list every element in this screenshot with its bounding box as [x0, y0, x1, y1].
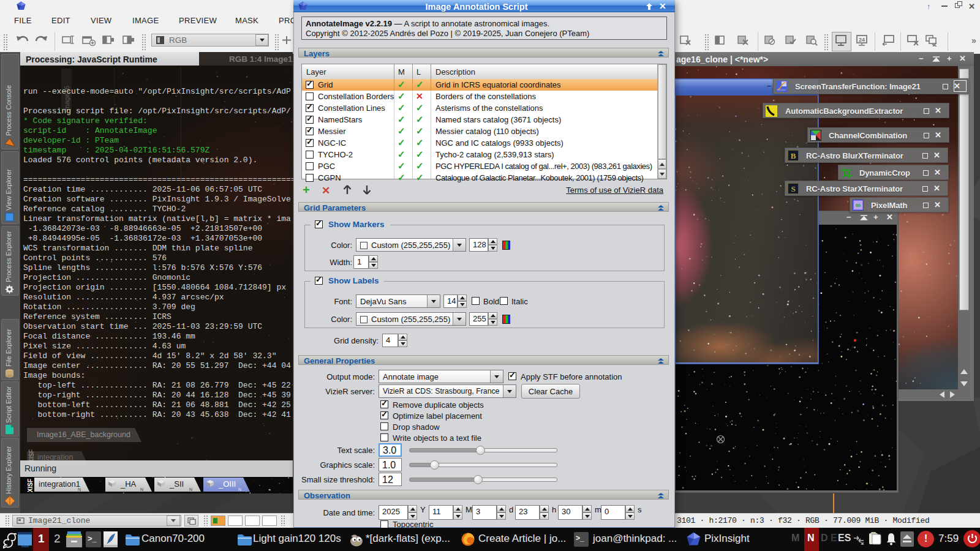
svg-text:∞: ∞: [856, 201, 861, 209]
svg-text:S: S: [791, 184, 795, 193]
svg-text:B: B: [791, 151, 796, 160]
svg-text:24: 24: [859, 37, 865, 43]
